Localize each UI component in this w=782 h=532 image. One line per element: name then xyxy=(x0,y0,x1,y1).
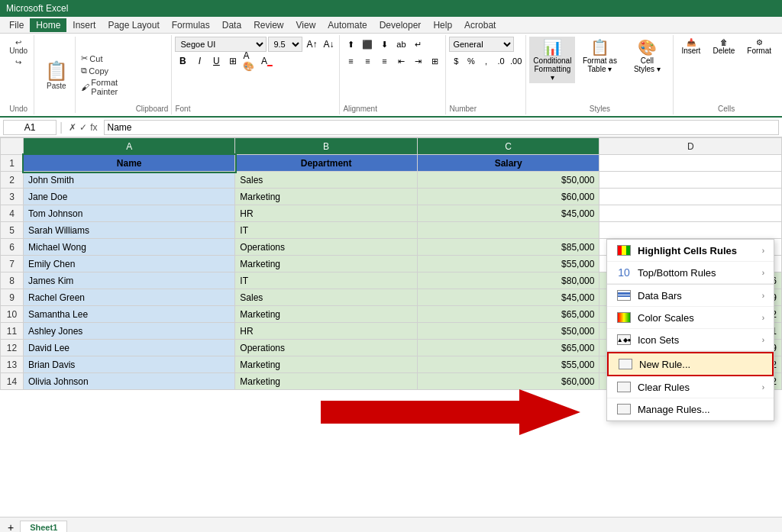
font-color-button[interactable]: A_ xyxy=(259,53,274,69)
cell-a5[interactable]: Sarah Williams xyxy=(24,222,235,239)
dropdown-item-new-rule[interactable]: New Rule... xyxy=(607,352,774,376)
increase-decimal-button[interactable]: .0 xyxy=(494,53,508,69)
menu-review[interactable]: Review xyxy=(247,18,289,32)
cell-b5[interactable]: IT xyxy=(235,222,418,239)
cell-a4[interactable]: Tom Johnson xyxy=(24,205,235,222)
cell-c1[interactable]: Salary xyxy=(417,155,599,172)
format-table-button[interactable]: 📋 Format asTable ▾ xyxy=(577,37,622,75)
copy-button[interactable]: ⧉ Copy xyxy=(79,65,132,76)
menu-insert[interactable]: Insert xyxy=(66,18,102,32)
font-size-select[interactable]: 9.5 xyxy=(268,37,302,52)
cell-a13[interactable]: Brian Davis xyxy=(24,356,235,373)
col-header-d[interactable]: D xyxy=(599,138,782,155)
cell-c13[interactable]: $55,000 xyxy=(417,356,599,373)
cell-b9[interactable]: Sales xyxy=(235,289,418,306)
cell-a14[interactable]: Olivia Johnson xyxy=(24,373,235,390)
comma-button[interactable]: , xyxy=(480,53,493,69)
cell-a11[interactable]: Ashley Jones xyxy=(24,323,235,340)
increase-font-button[interactable]: A↑ xyxy=(304,37,319,52)
menu-help[interactable]: Help xyxy=(427,18,458,32)
cell-c3[interactable]: $60,000 xyxy=(417,189,599,205)
dropdown-item-data-bars[interactable]: Data Bars › xyxy=(607,285,774,307)
cell-b7[interactable]: Marketing xyxy=(235,256,418,272)
dropdown-item-icon-sets[interactable]: ▲◆● Icon Sets › xyxy=(607,329,774,351)
format-button[interactable]: ⚙ Format xyxy=(742,37,776,56)
confirm-formula-icon[interactable]: ✓ xyxy=(79,122,87,133)
add-sheet-button[interactable]: + xyxy=(3,521,18,532)
fill-color-button[interactable]: A🎨 xyxy=(242,53,257,69)
underline-button[interactable]: U xyxy=(208,53,224,69)
menu-formulas[interactable]: Formulas xyxy=(166,18,216,32)
increase-indent-button[interactable]: ⇥ xyxy=(410,53,425,69)
cell-c14[interactable]: $60,000 xyxy=(417,373,599,390)
cell-d3[interactable] xyxy=(599,189,782,205)
align-top-button[interactable]: ⬆ xyxy=(343,37,358,52)
col-header-b[interactable]: B xyxy=(235,138,418,155)
cell-b2[interactable]: Sales xyxy=(235,172,418,189)
bold-button[interactable]: B xyxy=(175,53,190,69)
align-bottom-button[interactable]: ⬇ xyxy=(376,37,392,52)
cell-d2[interactable] xyxy=(599,172,782,189)
align-left-button[interactable]: ≡ xyxy=(343,53,358,69)
cell-b6[interactable]: Operations xyxy=(235,239,418,256)
cell-d5[interactable] xyxy=(599,222,782,239)
merge-center-button[interactable]: ⊞ xyxy=(427,53,442,69)
cell-a2[interactable]: John Smith xyxy=(24,172,235,189)
insert-function-icon[interactable]: fx xyxy=(90,122,97,133)
cell-a9[interactable]: Rachel Green xyxy=(24,289,235,306)
cell-c12[interactable]: $65,000 xyxy=(417,340,599,356)
decrease-indent-button[interactable]: ⇤ xyxy=(393,53,409,69)
cell-b10[interactable]: Marketing xyxy=(235,306,418,323)
formula-input[interactable] xyxy=(104,120,780,135)
insert-button[interactable]: 📥 Insert xyxy=(677,37,705,56)
italic-button[interactable]: I xyxy=(192,53,207,69)
cell-name-box[interactable] xyxy=(3,120,57,135)
align-right-button[interactable]: ≡ xyxy=(376,53,392,69)
cell-c9[interactable]: $45,000 xyxy=(417,289,599,306)
undo-button[interactable]: ↩ Undo xyxy=(6,37,31,56)
col-header-c[interactable]: C xyxy=(417,138,599,155)
cell-c8[interactable]: $80,000 xyxy=(417,272,599,289)
cell-a12[interactable]: David Lee xyxy=(24,340,235,356)
align-center-button[interactable]: ≡ xyxy=(360,53,375,69)
cell-a1[interactable]: Name xyxy=(24,155,235,172)
percent-button[interactable]: % xyxy=(464,53,478,69)
cell-a10[interactable]: Samantha Lee xyxy=(24,306,235,323)
cell-b14[interactable]: Marketing xyxy=(235,373,418,390)
wrap-text-button[interactable]: ↵ xyxy=(410,37,425,52)
cell-styles-button[interactable]: 🎨 CellStyles ▾ xyxy=(624,37,670,75)
cell-c5[interactable] xyxy=(417,222,599,239)
cell-c2[interactable]: $50,000 xyxy=(417,172,599,189)
cell-b12[interactable]: Operations xyxy=(235,340,418,356)
font-family-select[interactable]: Segoe UI xyxy=(175,37,267,52)
dropdown-item-top-bottom[interactable]: 10 Top/Bottom Rules › xyxy=(607,262,774,284)
menu-home[interactable]: Home xyxy=(30,18,66,32)
cell-d1[interactable] xyxy=(599,155,782,172)
cell-c7[interactable]: $55,000 xyxy=(417,256,599,272)
format-painter-button[interactable]: 🖌 Format Painter xyxy=(79,77,132,97)
cell-b1[interactable]: Department xyxy=(235,155,418,172)
cell-a6[interactable]: Michael Wong xyxy=(24,239,235,256)
cell-d4[interactable] xyxy=(599,205,782,222)
menu-developer[interactable]: Developer xyxy=(373,18,428,32)
dropdown-item-color-scales[interactable]: Color Scales › xyxy=(607,307,774,329)
cell-b11[interactable]: HR xyxy=(235,323,418,340)
cell-b13[interactable]: Marketing xyxy=(235,356,418,373)
menu-view[interactable]: View xyxy=(290,18,322,32)
menu-acrobat[interactable]: Acrobat xyxy=(458,18,502,32)
decrease-decimal-button[interactable]: .00 xyxy=(509,53,523,69)
decrease-font-button[interactable]: A↓ xyxy=(321,37,336,52)
redo-button[interactable]: ↪ xyxy=(12,56,24,68)
menu-file[interactable]: File xyxy=(3,18,30,32)
cut-button[interactable]: ✂ Cut xyxy=(79,53,132,64)
cell-b4[interactable]: HR xyxy=(235,205,418,222)
cell-c11[interactable]: $50,000 xyxy=(417,323,599,340)
menu-page-layout[interactable]: Page Layout xyxy=(102,18,165,32)
currency-button[interactable]: $ xyxy=(449,53,463,69)
cell-a7[interactable]: Emily Chen xyxy=(24,256,235,272)
dropdown-item-highlight-cells[interactable]: Highlight Cells Rules › xyxy=(607,240,774,262)
cell-c10[interactable]: $65,000 xyxy=(417,306,599,323)
number-format-select[interactable]: General xyxy=(449,37,514,52)
cell-c6[interactable]: $85,000 xyxy=(417,239,599,256)
paste-button[interactable]: 📋 Paste xyxy=(37,37,76,113)
